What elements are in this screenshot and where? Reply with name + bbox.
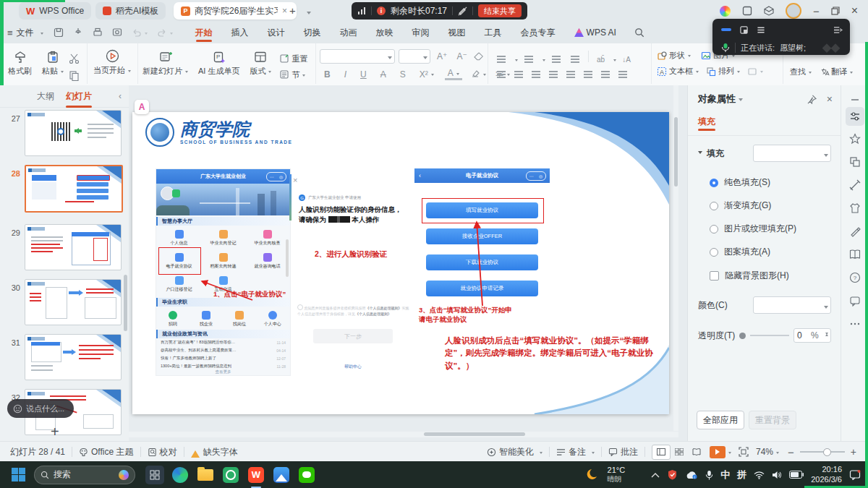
transparency-slider-knob[interactable] bbox=[739, 333, 746, 339]
tab-animation[interactable]: 动画 bbox=[331, 22, 367, 43]
align-left-icon[interactable] bbox=[497, 71, 506, 72]
weather-widget[interactable]: 21°C 晴朗 bbox=[608, 466, 626, 483]
zoom-level[interactable]: 74% bbox=[756, 447, 779, 457]
tab-slides[interactable]: 幻灯片 bbox=[60, 90, 98, 103]
shapes-tool-icon[interactable] bbox=[849, 156, 861, 168]
tab-design[interactable]: 设计 bbox=[258, 22, 294, 43]
save-icon[interactable] bbox=[54, 27, 64, 38]
battery-icon[interactable] bbox=[789, 471, 804, 479]
notes-button[interactable]: 备注 bbox=[556, 446, 595, 458]
transparency-slider-track[interactable] bbox=[750, 335, 789, 336]
tab-slideshow[interactable]: 放映 bbox=[367, 22, 403, 43]
shadow-button[interactable]: S bbox=[397, 69, 409, 80]
fill-section-label[interactable]: 填充 bbox=[707, 147, 724, 160]
search-box[interactable]: 搜索 bbox=[34, 466, 135, 484]
window-mode-icon[interactable] bbox=[740, 26, 748, 34]
apply-all-button[interactable]: 全部应用 bbox=[697, 411, 744, 429]
line-spacing-icon[interactable] bbox=[584, 71, 592, 72]
slide-28[interactable]: 商贸学院 SCHOOL OF BUSINESS AND TRADE 广东大学生就… bbox=[132, 112, 669, 414]
restore-icon[interactable] bbox=[831, 7, 840, 15]
tools-icon[interactable] bbox=[849, 179, 861, 191]
horizontal-scrollbar-thumb[interactable] bbox=[424, 432, 525, 436]
cut-icon[interactable] bbox=[69, 53, 80, 64]
slide-sorter-view-button[interactable] bbox=[671, 448, 688, 455]
underline-button[interactable]: U bbox=[357, 69, 370, 80]
ime-pinyin-indicator[interactable]: 拼 bbox=[737, 468, 746, 481]
wps-ai-float-icon[interactable]: A bbox=[135, 100, 149, 114]
slide-master-button[interactable] bbox=[747, 67, 763, 77]
align-center-icon[interactable] bbox=[514, 71, 523, 72]
vertical-scrollbar-track[interactable] bbox=[673, 85, 678, 431]
align-right-icon[interactable] bbox=[532, 71, 540, 72]
hidden-icons-chevron[interactable] bbox=[651, 472, 660, 478]
notification-icon[interactable] bbox=[849, 469, 861, 480]
tab-docer-template[interactable]: 稻壳AI模板 bbox=[95, 2, 166, 20]
copy-icon[interactable] bbox=[69, 70, 80, 81]
phonetic-guide-icon[interactable]: ab̄ bbox=[594, 56, 608, 64]
start-button[interactable] bbox=[12, 468, 25, 481]
format-painter-button[interactable]: 格式刷 bbox=[3, 45, 37, 82]
ime-lang-indicator[interactable]: 中 bbox=[720, 468, 730, 481]
layout-button[interactable]: 版式 bbox=[244, 45, 276, 82]
collapse-strip-icon[interactable] bbox=[849, 94, 861, 106]
wps-app-icon[interactable]: W bbox=[247, 466, 265, 484]
clock-widget[interactable]: 20:16 2026/3/6 bbox=[811, 465, 842, 485]
zoom-in-button[interactable]: + bbox=[851, 446, 856, 458]
bullets-icon[interactable] bbox=[497, 56, 506, 57]
minimized-bar-icon[interactable] bbox=[721, 28, 731, 31]
smart-beautify-button[interactable]: 智能美化 bbox=[487, 446, 542, 458]
find-button[interactable]: 查找 bbox=[790, 67, 812, 77]
vertical-scrollbar-thumb[interactable] bbox=[674, 117, 678, 187]
screenshot-app-home[interactable]: 广东大学生就业创业 ⋯◎ 智慧办事大厅 个人信息 毕业去向登记 毕业去向核查 电… bbox=[156, 168, 291, 376]
font-size-select[interactable] bbox=[399, 49, 430, 64]
fill-option-picture[interactable]: 图片或纹理填充(P) bbox=[688, 212, 841, 235]
properties-tool-icon[interactable] bbox=[849, 111, 861, 122]
fill-option-solid[interactable]: 纯色填充(S) bbox=[688, 162, 841, 189]
volume-icon[interactable] bbox=[772, 471, 782, 479]
antivirus-shield-icon[interactable] bbox=[667, 469, 678, 480]
sidebar-scrollbar-thumb[interactable] bbox=[124, 275, 127, 331]
proofing-button[interactable]: 校对 bbox=[148, 446, 177, 458]
theme-button[interactable]: Office 主题 bbox=[79, 446, 133, 458]
file-menu[interactable]: ≡ 文件 bbox=[0, 27, 43, 39]
new-tab-button[interactable]: + bbox=[289, 4, 296, 17]
shapes-button[interactable]: 形状 bbox=[657, 50, 691, 61]
tab-wps-ai[interactable]: WPS AI bbox=[565, 22, 626, 43]
font-family-select[interactable] bbox=[320, 49, 395, 64]
reading-view-button[interactable] bbox=[688, 448, 705, 455]
zoom-out-button[interactable]: − bbox=[788, 446, 794, 458]
tab-insert[interactable]: 插入 bbox=[222, 22, 258, 43]
task-view-icon[interactable] bbox=[145, 466, 164, 484]
bold-button[interactable]: B bbox=[321, 69, 333, 80]
close-icon[interactable]: × bbox=[851, 4, 858, 17]
wifi-icon[interactable] bbox=[754, 471, 765, 479]
tab-home[interactable]: 开始 bbox=[186, 22, 222, 43]
widget-icon[interactable] bbox=[742, 6, 752, 16]
pin-icon[interactable] bbox=[807, 95, 817, 104]
reset-background-button[interactable]: 重置背景 bbox=[749, 411, 796, 429]
tab-tools[interactable]: 工具 bbox=[475, 22, 511, 43]
tab-list-chevron-icon[interactable] bbox=[307, 12, 311, 17]
reading-book-icon[interactable] bbox=[849, 249, 861, 260]
photos-app-icon[interactable] bbox=[272, 466, 291, 484]
paste-button[interactable]: 粘贴 bbox=[37, 45, 69, 82]
close-tab-icon[interactable]: × bbox=[282, 6, 287, 16]
fill-option-pattern[interactable]: 图案填充(A) bbox=[688, 235, 841, 258]
slide-thumbnail-31[interactable] bbox=[25, 334, 122, 380]
print-icon[interactable] bbox=[93, 27, 103, 38]
justify-icon[interactable] bbox=[549, 71, 558, 72]
clothes-skin-icon[interactable] bbox=[849, 202, 861, 214]
annotation-1[interactable]: 1、点击“电子就业协议” bbox=[213, 290, 286, 299]
decrease-indent-icon[interactable] bbox=[552, 56, 561, 57]
file-explorer-icon[interactable] bbox=[196, 466, 215, 484]
print-preview-icon[interactable] bbox=[112, 27, 122, 38]
annotate-disabled-icon[interactable] bbox=[458, 7, 467, 16]
horizontal-scrollbar-track[interactable] bbox=[129, 432, 678, 437]
collapse-sidebar-icon[interactable]: ‹ bbox=[119, 91, 122, 101]
numbering-icon[interactable] bbox=[524, 56, 533, 57]
minimize-icon[interactable]: − bbox=[813, 5, 820, 17]
favorites-icon[interactable] bbox=[849, 133, 861, 145]
weather-moon-icon[interactable] bbox=[586, 468, 600, 482]
grow-font-button[interactable]: A⁺ bbox=[434, 51, 450, 61]
annotation-3[interactable]: 3、点击“填写就业协议”开始申请电子就业协议 bbox=[419, 306, 514, 325]
